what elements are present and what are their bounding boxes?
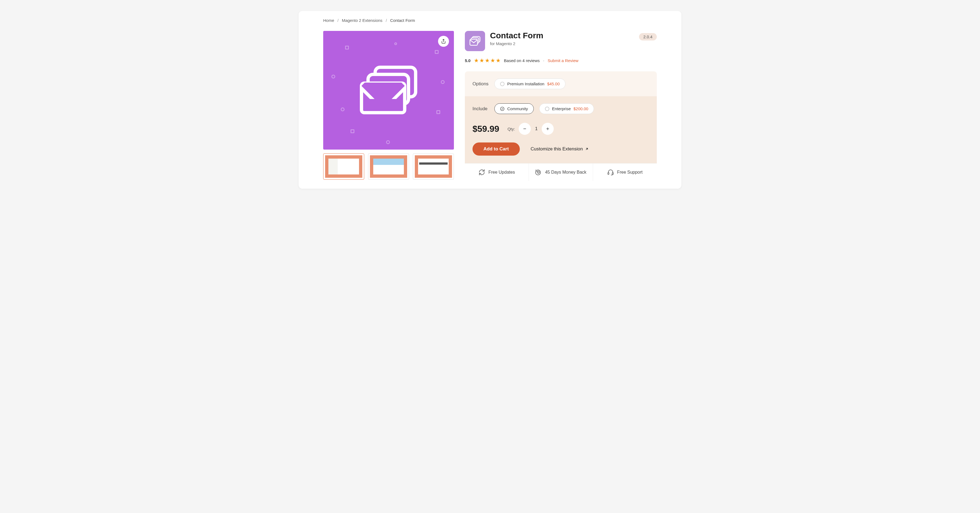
thumbnail-strip [323, 153, 454, 180]
thumbnail-1[interactable] [323, 153, 364, 180]
option-price: $45.00 [547, 81, 560, 86]
submit-review-link[interactable]: Submit a Review [548, 58, 579, 63]
options-label: Options [473, 81, 489, 87]
refresh-icon [479, 169, 485, 175]
qty-label: Qty: [508, 127, 515, 131]
star-icon: ★ [496, 57, 501, 64]
breadcrumb-sep: / [386, 18, 387, 23]
include-community-label: Community [507, 107, 528, 111]
radio-icon [545, 107, 549, 111]
options-section: Options Premium Installation $45.00 [465, 72, 657, 96]
qty-decrease-button[interactable] [519, 123, 531, 135]
breadcrumb: Home / Magento 2 Extensions / Contact Fo… [323, 18, 657, 23]
money-back-icon: $ [535, 169, 542, 175]
star-icon: ★ [474, 57, 479, 64]
share-icon [441, 39, 446, 44]
minus-icon [523, 127, 527, 131]
rating-row: 5.0 ★ ★ ★ ★ ★ Based on 4 reviews - Submi… [465, 57, 657, 64]
add-to-cart-button[interactable]: Add to Cart [473, 142, 520, 156]
customize-extension-link[interactable]: Customize this Extension [531, 146, 589, 152]
customize-label: Customize this Extension [531, 146, 583, 152]
product-price: $59.99 [473, 124, 499, 134]
feature-free-support: Free Support [593, 164, 657, 181]
svg-rect-12 [612, 172, 613, 174]
include-enterprise-label: Enterprise [552, 107, 571, 111]
svg-rect-11 [608, 172, 609, 174]
svg-point-4 [500, 107, 504, 110]
option-label: Premium Installation [507, 81, 544, 86]
envelope-icon [360, 65, 417, 115]
rating-based-on: Based on 4 reviews [504, 58, 540, 63]
qty-increase-button[interactable] [542, 123, 554, 135]
include-enterprise[interactable]: Enterprise $200.00 [539, 104, 594, 114]
thumbnail-2[interactable] [368, 153, 409, 180]
thumbnail-3[interactable] [413, 153, 454, 180]
svg-line-8 [586, 148, 588, 150]
feature-label: 45 Days Money Back [545, 170, 586, 175]
version-badge: 2.0.4 [639, 33, 657, 40]
star-icon: ★ [490, 57, 495, 64]
feature-free-updates: Free Updates [465, 164, 529, 181]
rating-stars: ★ ★ ★ ★ ★ [474, 57, 501, 64]
include-community[interactable]: Community [495, 104, 534, 114]
share-button[interactable] [438, 36, 449, 47]
radio-icon [500, 82, 504, 86]
svg-rect-3 [470, 39, 478, 45]
feature-money-back: $ 45 Days Money Back [529, 164, 593, 181]
option-premium-installation[interactable]: Premium Installation $45.00 [495, 78, 565, 89]
feature-label: Free Support [617, 170, 643, 175]
arrow-up-right-icon [585, 147, 589, 151]
breadcrumb-home[interactable]: Home [323, 18, 334, 23]
envelope-stack-icon [469, 35, 481, 46]
star-icon: ★ [479, 57, 484, 64]
product-icon [465, 31, 485, 51]
qty-value: 1 [535, 126, 538, 132]
feature-label: Free Updates [488, 170, 515, 175]
features-row: Free Updates $ 45 Days Money Back Free S… [465, 163, 657, 181]
breadcrumb-sep: / [337, 18, 339, 23]
headset-icon [607, 169, 614, 175]
breadcrumb-category[interactable]: Magento 2 Extensions [342, 18, 382, 23]
check-circle-icon [500, 107, 504, 111]
include-enterprise-price: $200.00 [573, 107, 588, 111]
rating-sep: - [543, 58, 544, 63]
star-icon: ★ [485, 57, 490, 64]
product-subtitle: for Magento 2 [490, 41, 543, 46]
include-label: Include [473, 106, 489, 112]
include-section: Include Community Enterprise $200.00 [465, 96, 657, 163]
plus-icon [546, 127, 550, 131]
rating-score: 5.0 [465, 58, 471, 63]
breadcrumb-current: Contact Form [390, 18, 415, 23]
product-title: Contact Form [490, 31, 543, 40]
product-main-image [323, 31, 454, 150]
